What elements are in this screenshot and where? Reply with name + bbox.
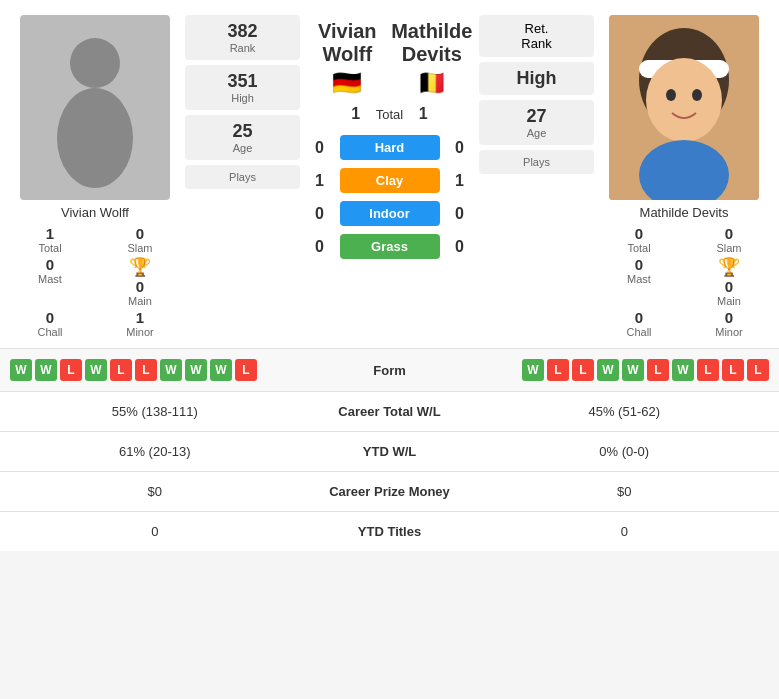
player2-slam-label: Slam bbox=[716, 242, 741, 254]
player1-mast-value: 0 bbox=[46, 256, 54, 273]
form-badge: L bbox=[110, 359, 132, 381]
player1-total-value: 1 bbox=[46, 225, 54, 242]
player1-total-label: Total bbox=[38, 242, 61, 254]
stats-row-p2-1: 0% (0-0) bbox=[490, 444, 760, 459]
player1-photo bbox=[20, 15, 170, 200]
main-container: Vivian Wolff 1 Total 0 Slam 0 Mast 🏆 0 bbox=[0, 0, 779, 551]
player2-form-badges: WLLWWLWLLL bbox=[450, 359, 770, 381]
center-section: Vivian Wolff 🇩🇪 Mathilde Devits 🇧🇪 1 Tot… bbox=[305, 15, 474, 338]
player1-main-stat: 🏆 0 Main bbox=[100, 256, 180, 307]
player2-minor-label: Minor bbox=[715, 326, 743, 338]
player1-chall-label: Chall bbox=[37, 326, 62, 338]
player1-chall-value: 0 bbox=[46, 309, 54, 326]
total-score-p2: 1 bbox=[413, 105, 433, 123]
form-badge: W bbox=[522, 359, 544, 381]
player2-rank-value: Ret. bbox=[489, 21, 584, 36]
player2-slam-stat: 0 Slam bbox=[689, 225, 769, 254]
stats-row-p1-1: 61% (20-13) bbox=[20, 444, 290, 459]
form-badge: L bbox=[547, 359, 569, 381]
svg-point-7 bbox=[692, 89, 702, 101]
player1-high-value: 351 bbox=[195, 71, 290, 92]
svg-point-0 bbox=[70, 38, 120, 88]
form-badge: L bbox=[135, 359, 157, 381]
player1-flag: 🇩🇪 bbox=[305, 69, 390, 97]
player1-age-value: 25 bbox=[195, 121, 290, 142]
player1-rank-value: 382 bbox=[195, 21, 290, 42]
player2-middle-stats: Ret. Rank High 27 Age Plays bbox=[479, 15, 594, 338]
hard-score-p2: 0 bbox=[450, 139, 470, 157]
form-badge: W bbox=[597, 359, 619, 381]
player1-age-box: 25 Age bbox=[185, 115, 300, 160]
top-section: Vivian Wolff 1 Total 0 Slam 0 Mast 🏆 0 bbox=[0, 0, 779, 348]
total-label: Total bbox=[376, 107, 403, 122]
form-badge: L bbox=[572, 359, 594, 381]
form-label: Form bbox=[340, 363, 440, 378]
player1-slam-label: Slam bbox=[127, 242, 152, 254]
form-badge: L bbox=[60, 359, 82, 381]
player2-header-name: Mathilde Devits bbox=[390, 20, 475, 66]
player2-photo-img bbox=[609, 15, 759, 200]
form-badge: W bbox=[622, 359, 644, 381]
indoor-row: 0 Indoor 0 bbox=[305, 201, 474, 226]
player1-slam-value: 0 bbox=[136, 225, 144, 242]
stats-row-p2-0: 45% (51-62) bbox=[490, 404, 760, 419]
stats-row-label-0: Career Total W/L bbox=[290, 404, 490, 419]
indoor-label: Indoor bbox=[340, 201, 440, 226]
player1-rank-label: Rank bbox=[195, 42, 290, 54]
hard-row: 0 Hard 0 bbox=[305, 135, 474, 160]
player2-plays-box: Plays bbox=[479, 150, 594, 174]
player2-main-stat: 🏆 0 Main bbox=[689, 256, 769, 307]
grass-score-p2: 0 bbox=[450, 238, 470, 256]
player2-rank-label: Rank bbox=[489, 36, 584, 51]
player2-main-label: Main bbox=[717, 295, 741, 307]
player1-high-label: High bbox=[195, 92, 290, 104]
player2-age-label: Age bbox=[489, 127, 584, 139]
player1-mast-label: Mast bbox=[38, 273, 62, 285]
player1-plays-box: Plays bbox=[185, 165, 300, 189]
indoor-score-p1: 0 bbox=[310, 205, 330, 223]
player1-form-badges: WWLWLLWWWL bbox=[10, 359, 330, 381]
player1-main-value: 0 bbox=[136, 278, 144, 295]
stats-row-p1-2: $0 bbox=[20, 484, 290, 499]
player2-mast-value: 0 bbox=[635, 256, 643, 273]
player1-mast-stat: 0 Mast bbox=[10, 256, 90, 307]
player2-rank-box: Ret. Rank bbox=[479, 15, 594, 57]
form-badge: W bbox=[160, 359, 182, 381]
player1-minor-label: Minor bbox=[126, 326, 154, 338]
player1-rank-box: 382 Rank bbox=[185, 15, 300, 60]
form-badge: W bbox=[35, 359, 57, 381]
player2-total-stat: 0 Total bbox=[599, 225, 679, 254]
player1-age-label: Age bbox=[195, 142, 290, 154]
stats-row: 61% (20-13) YTD W/L 0% (0-0) bbox=[0, 431, 779, 471]
grass-score-p1: 0 bbox=[310, 238, 330, 256]
player2-minor-stat: 0 Minor bbox=[689, 309, 769, 338]
form-badge: L bbox=[697, 359, 719, 381]
clay-score-p1: 1 bbox=[310, 172, 330, 190]
player2-card: Mathilde Devits 0 Total 0 Slam 0 Mast 🏆 … bbox=[599, 15, 769, 338]
player2-mast-stat: 0 Mast bbox=[599, 256, 679, 307]
total-score-p1: 1 bbox=[346, 105, 366, 123]
surface-rows: 0 Hard 0 1 Clay 1 0 Indoor 0 0 Grass bbox=[305, 135, 474, 267]
player2-total-label: Total bbox=[627, 242, 650, 254]
hard-label: Hard bbox=[340, 135, 440, 160]
player1-chall-stat: 0 Chall bbox=[10, 309, 90, 338]
player2-main-value: 0 bbox=[725, 278, 733, 295]
svg-point-5 bbox=[646, 58, 722, 142]
clay-row: 1 Clay 1 bbox=[305, 168, 474, 193]
player2-high-box: High bbox=[479, 62, 594, 95]
form-badge: W bbox=[85, 359, 107, 381]
grass-row: 0 Grass 0 bbox=[305, 234, 474, 259]
player1-minor-value: 1 bbox=[136, 309, 144, 326]
player2-chall-value: 0 bbox=[635, 309, 643, 326]
player1-minor-stat: 1 Minor bbox=[100, 309, 180, 338]
player1-name-label: Vivian Wolff bbox=[61, 205, 129, 220]
stats-row-p2-2: $0 bbox=[490, 484, 760, 499]
player2-slam-value: 0 bbox=[725, 225, 733, 242]
player1-trophy-icon: 🏆 bbox=[129, 256, 151, 278]
stats-row-label-1: YTD W/L bbox=[290, 444, 490, 459]
grass-label: Grass bbox=[340, 234, 440, 259]
stats-row-p1-0: 55% (138-111) bbox=[20, 404, 290, 419]
player2-age-box: 27 Age bbox=[479, 100, 594, 145]
player2-age-value: 27 bbox=[489, 106, 584, 127]
player2-chall-label: Chall bbox=[626, 326, 651, 338]
